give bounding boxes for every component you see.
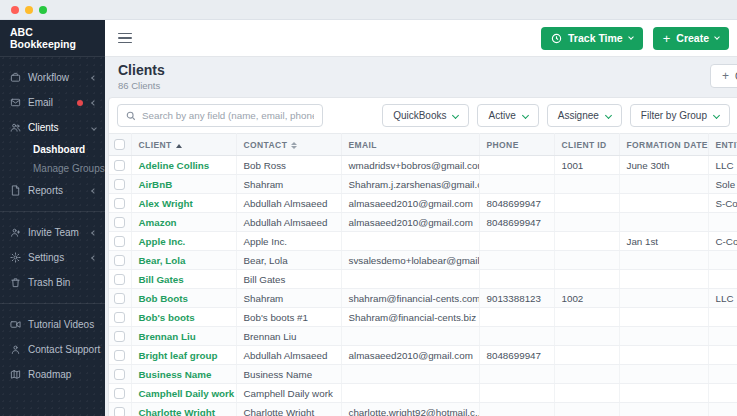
column-header-email[interactable]: EMAIL (341, 134, 479, 156)
row-checkbox[interactable] (114, 179, 125, 190)
column-header-contact[interactable]: CONTACT (236, 134, 341, 156)
cell-client[interactable]: Alex Wright (131, 194, 236, 213)
sidebar-item-clients[interactable]: Clients (0, 115, 105, 140)
cell-contact: Shahram (236, 175, 341, 194)
cell-phone (479, 327, 554, 346)
cell-entity (708, 270, 737, 289)
cell-client-id (554, 194, 619, 213)
row-checkbox[interactable] (114, 369, 125, 380)
user-plus-icon (9, 227, 21, 239)
cell-client[interactable]: Amazon (131, 213, 236, 232)
cell-email: wmadridsv+bobros@gmail.com (341, 156, 479, 175)
window-close-button[interactable] (11, 6, 19, 14)
sidebar-item-reports[interactable]: Reports (0, 178, 105, 203)
chevron-down-icon (522, 112, 529, 119)
cell-client[interactable]: AirBnB (131, 175, 236, 194)
cell-formation-date (619, 175, 708, 194)
column-header-phone[interactable]: PHONE (479, 134, 554, 156)
cell-client[interactable]: Bright leaf group (131, 346, 236, 365)
row-checkbox[interactable] (114, 236, 125, 247)
row-checkbox-cell (109, 308, 131, 327)
column-label: CLIENT (139, 140, 172, 150)
sidebar-subitem-dashboard[interactable]: Dashboard (0, 140, 105, 159)
cell-client[interactable]: Charlotte Wright (131, 403, 236, 416)
cell-client[interactable]: Bill Gates (131, 270, 236, 289)
cell-client[interactable]: Bob's boots (131, 308, 236, 327)
cell-entity (708, 308, 737, 327)
select-all-checkbox[interactable] (114, 139, 125, 150)
cell-client-id (554, 213, 619, 232)
column-header-client[interactable]: CLIENT (131, 134, 236, 156)
column-header-entity[interactable]: ENTITY TYPE (708, 134, 737, 156)
row-checkbox[interactable] (114, 388, 125, 399)
filter-dropdown-filter-by-group[interactable]: Filter by Group (630, 104, 730, 127)
sidebar-item-email[interactable]: Email (0, 90, 105, 115)
row-checkbox[interactable] (114, 293, 125, 304)
create-client-button[interactable]: + Create Client (710, 64, 737, 88)
sidebar-subitem-manage-groups[interactable]: Manage Groups (0, 159, 105, 178)
row-checkbox[interactable] (114, 255, 125, 266)
cell-client[interactable]: Apple Inc. (131, 232, 236, 251)
cell-contact: Shahram (236, 289, 341, 308)
row-checkbox[interactable] (114, 407, 125, 416)
row-checkbox[interactable] (114, 312, 125, 323)
window-minimize-button[interactable] (25, 6, 33, 14)
cell-email (341, 327, 479, 346)
cell-phone (479, 175, 554, 194)
table-row: Bear, LolaBear, Lolasvsalesdemo+lolabear… (109, 251, 737, 270)
cell-client[interactable]: Camphell Daily work (131, 384, 236, 403)
sidebar-item-label: Clients (28, 122, 85, 133)
cell-client[interactable]: Bob Boots (131, 289, 236, 308)
row-checkbox[interactable] (114, 160, 125, 171)
filter-dropdown-assignee[interactable]: Assignee (547, 104, 622, 127)
search-input[interactable] (142, 110, 314, 121)
sidebar-item-settings[interactable]: Settings (0, 245, 105, 270)
row-checkbox[interactable] (114, 274, 125, 285)
cell-contact: Camphell Daily work (236, 384, 341, 403)
sidebar-item-label: Contact Support (28, 344, 100, 355)
filter-dropdown-quickbooks[interactable]: QuickBooks (382, 104, 469, 127)
sidebar-item-contact-support[interactable]: Contact Support (0, 337, 105, 362)
cell-client[interactable]: Business Name (131, 365, 236, 384)
table-toolbar: QuickBooksActiveAssigneeFilter by Group (109, 98, 737, 133)
cell-entity: Sole Propri (708, 175, 737, 194)
column-header-formation-date[interactable]: FORMATION DATE (619, 134, 708, 156)
cell-client[interactable]: Bear, Lola (131, 251, 236, 270)
row-checkbox[interactable] (114, 217, 125, 228)
cell-phone (479, 384, 554, 403)
trash-icon (9, 277, 21, 289)
plus-icon: + (663, 32, 671, 45)
sidebar-item-label: Invite Team (28, 227, 85, 238)
table-row: Bob's bootsBob's boots #1Shahram@financi… (109, 308, 737, 327)
sidebar-item-trash-bin[interactable]: Trash Bin (0, 270, 105, 295)
sidebar-item-label: Tutorial Videos (28, 319, 96, 330)
row-checkbox-cell (109, 384, 131, 403)
cell-phone (479, 308, 554, 327)
hamburger-menu-icon[interactable] (118, 33, 132, 44)
cell-client[interactable]: Brennan Liu (131, 327, 236, 346)
cell-email: Shahram.j.zarshenas@gmail.c.. (341, 175, 479, 194)
row-checkbox-cell (109, 346, 131, 365)
sidebar-item-invite-team[interactable]: Invite Team (0, 220, 105, 245)
cell-entity: LLC (708, 289, 737, 308)
row-checkbox[interactable] (114, 331, 125, 342)
sidebar-nav: WorkflowEmailClientsDashboardManage Grou… (0, 57, 105, 387)
table-row: Bright leaf groupAbdullah Almsaeedalmasa… (109, 346, 737, 365)
sidebar-item-workflow[interactable]: Workflow (0, 65, 105, 90)
sidebar-item-roadmap[interactable]: Roadmap (0, 362, 105, 387)
sidebar-item-label: Reports (28, 185, 85, 196)
cell-client[interactable]: Adeline Collins (131, 156, 236, 175)
track-time-button[interactable]: Track Time (541, 27, 643, 50)
row-checkbox[interactable] (114, 350, 125, 361)
filter-label: Active (488, 110, 515, 121)
sidebar-item-tutorial-videos[interactable]: Tutorial Videos (0, 312, 105, 337)
search-box[interactable] (117, 104, 323, 127)
chevron-left-icon (91, 75, 97, 81)
window-zoom-button[interactable] (39, 6, 47, 14)
create-button[interactable]: + Create (653, 27, 729, 50)
filter-dropdown-active[interactable]: Active (477, 104, 538, 127)
row-checkbox[interactable] (114, 198, 125, 209)
table-row: Bob BootsShahramshahram@financial-cents.… (109, 289, 737, 308)
column-header-client-id[interactable]: CLIENT ID (554, 134, 619, 156)
cell-formation-date (619, 270, 708, 289)
